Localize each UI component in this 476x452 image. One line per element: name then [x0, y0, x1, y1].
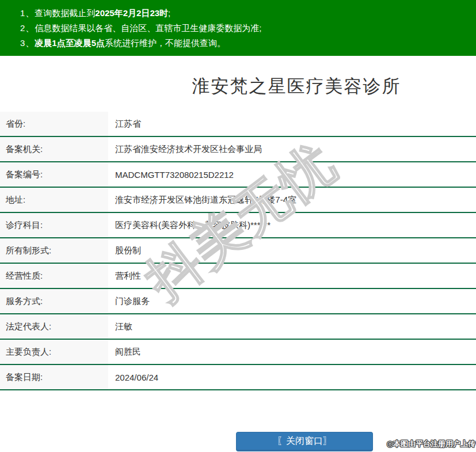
row-value: 股份制 [108, 238, 476, 263]
table-row: 经营性质: 营利性 [0, 264, 476, 289]
notice-line-number: 2、 [20, 23, 35, 33]
row-value: 汪敏 [108, 314, 476, 339]
row-label: 主要负责人: [0, 340, 108, 364]
table-row: 备案编号: MADCMGTT732080215D2212 [0, 162, 476, 188]
notice-line-text: 信息数据结果以各省、自治区、直辖市卫生健康委数据为准; [35, 23, 261, 33]
row-value: MADCMGTT732080215D2212 [108, 162, 476, 187]
row-value: 营利性 [108, 264, 476, 288]
row-label: 备案日期: [0, 365, 108, 389]
row-label: 备案编号: [0, 162, 108, 187]
upload-attribution-text: ◎本图由平台注册用户上传 [387, 439, 475, 449]
table-row: 所有制形式: 股份制 [0, 238, 476, 264]
notice-banner: 1、查询数据截止到2025年2月2日23时; 2、信息数据结果以各省、自治区、直… [0, 0, 476, 56]
row-label: 服务方式: [0, 289, 108, 313]
row-value: 门诊服务 [108, 289, 476, 313]
row-value: 淮安市经济开发区钵池街道东冠逸轩7号楼7-4室 [108, 188, 476, 212]
notice-line-bold: 凌晨1点至凌晨5点 [35, 38, 105, 48]
row-label: 法定代表人: [0, 314, 108, 339]
row-label: 所有制形式: [0, 238, 108, 263]
notice-line-2: 2、信息数据结果以各省、自治区、直辖市卫生健康委数据为准; [20, 21, 476, 36]
notice-line-text: 系统进行维护，不能提供查询。 [105, 38, 226, 48]
notice-line-bold: 2025年2月2日23时 [95, 8, 168, 18]
table-row: 地址: 淮安市经济开发区钵池街道东冠逸轩7号楼7-4室 [0, 188, 476, 213]
table-row: 备案机关: 江苏省淮安经济技术开发区社会事业局 [0, 137, 476, 162]
notice-line-text: 查询数据截止到 [35, 8, 95, 18]
content-column: 淮安梵之星医疗美容诊所 [0, 74, 476, 98]
close-window-button[interactable]: 〖关闭窗口〗 [236, 432, 373, 451]
row-label: 省份: [0, 112, 108, 136]
row-label: 诊疗科目: [0, 213, 108, 237]
table-row: 法定代表人: 汪敏 [0, 314, 476, 340]
table-row: 备案日期: 2024/06/24 [0, 365, 476, 390]
table-row: 诊疗科目: 医疗美容科(美容外科、美容皮肤科)****** [0, 213, 476, 238]
row-value: 阎胜民 [108, 340, 476, 364]
notice-line-number: 1、 [20, 8, 35, 18]
row-label: 经营性质: [0, 264, 108, 288]
row-value: 江苏省淮安经济技术开发区社会事业局 [108, 137, 476, 161]
table-row: 省份: 江苏省 [0, 112, 476, 137]
notice-line-3: 3、凌晨1点至凌晨5点系统进行维护，不能提供查询。 [20, 36, 476, 51]
notice-line-text: ; [168, 8, 170, 18]
table-row: 主要负责人: 阎胜民 [0, 340, 476, 365]
record-info-table: 省份: 江苏省 备案机关: 江苏省淮安经济技术开发区社会事业局 备案编号: MA… [0, 112, 476, 390]
row-label: 备案机关: [0, 137, 108, 161]
page-title: 淮安梵之星医疗美容诊所 [0, 74, 476, 98]
table-row: 服务方式: 门诊服务 [0, 289, 476, 314]
row-value: 2024/06/24 [108, 365, 476, 389]
row-label: 地址: [0, 188, 108, 212]
notice-line-number: 3、 [20, 38, 35, 48]
row-value: 医疗美容科(美容外科、美容皮肤科)****** [108, 213, 476, 237]
row-value: 江苏省 [108, 112, 476, 136]
notice-line-1: 1、查询数据截止到2025年2月2日23时; [20, 6, 476, 21]
